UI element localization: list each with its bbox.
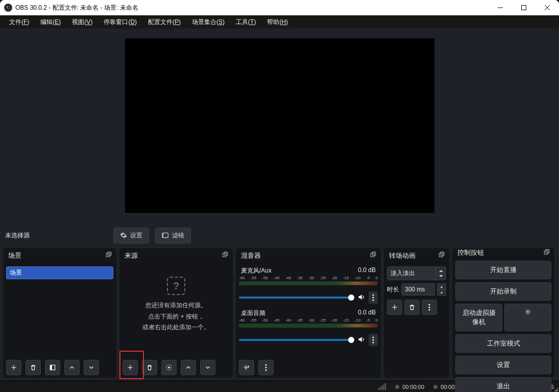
studio-mode-button[interactable]: 工作室模式 <box>455 334 551 353</box>
volume-slider[interactable] <box>239 297 354 299</box>
menu-tools[interactable]: 工具(T) <box>231 16 261 29</box>
svg-rect-4 <box>522 6 526 10</box>
menu-help[interactable]: 帮助(H) <box>262 16 293 29</box>
add-scene-button[interactable] <box>6 360 21 375</box>
source-properties-button[interactable] <box>161 360 177 375</box>
remove-scene-button[interactable] <box>26 360 41 375</box>
mixer-more-button[interactable] <box>258 360 274 375</box>
remove-source-button[interactable] <box>142 360 157 375</box>
transitions-dock: 转场动画 淡入淡出 时长 300 ms ▲▼ <box>384 248 449 378</box>
more-icon <box>426 304 433 311</box>
start-stream-button[interactable]: 开始直播 <box>455 261 551 279</box>
svg-point-21 <box>373 337 374 338</box>
remove-transition-button[interactable] <box>404 300 420 315</box>
transition-more-button[interactable] <box>422 300 437 315</box>
popout-icon[interactable] <box>370 251 377 260</box>
mixer-ticks: -60-55-50-45-40-35-30-25-20-15-10-50 <box>239 276 378 280</box>
start-vcam-button[interactable]: 启动虚拟摄像机 <box>455 304 502 331</box>
svg-rect-12 <box>50 365 52 370</box>
speaker-icon[interactable] <box>357 335 366 345</box>
svg-point-26 <box>265 367 267 369</box>
speaker-icon[interactable] <box>357 293 366 303</box>
scene-up-button[interactable] <box>64 360 80 375</box>
gear-plus-icon <box>243 364 250 371</box>
menu-view[interactable]: 视图(V) <box>67 16 98 29</box>
channel-more-button[interactable] <box>369 334 378 346</box>
chevron-up-icon <box>185 364 192 371</box>
sources-dock: 来源 ? 您还没有添加任何源。 点击下面的 + 按钮， 或者右击此处添加一个。 <box>119 248 233 378</box>
resize-grip-icon[interactable]: ◢ <box>554 386 558 392</box>
mixer-advanced-button[interactable] <box>239 360 254 375</box>
duration-label: 时长 <box>387 285 399 294</box>
scene-filters-icon <box>49 364 56 371</box>
mixer-ticks: -60-55-50-45-40-35-30-25-20-15-10-50 <box>239 318 378 323</box>
dot-icon <box>395 385 399 389</box>
channel-db: 0.0 dB <box>358 266 376 275</box>
menu-bar: 文件(F) 编辑(E) 视图(V) 停靠窗口(D) 配置文件(P) 场景集合(S… <box>0 15 559 29</box>
channel-name: 桌面音频 <box>241 309 265 317</box>
close-button[interactable] <box>536 0 559 15</box>
mixer-dock: 混音器 麦克风/Aux0.0 dB -60-55-50-45-40-35-30-… <box>236 248 381 378</box>
svg-point-27 <box>265 370 267 371</box>
mixer-channel-desktop: 桌面音频0.0 dB -60-55-50-45-40-35-30-25-20-1… <box>239 309 378 346</box>
controls-dock: 控制按钮 开始直播 开始录制 启动虚拟摄像机 工作室模式 设置 退出 <box>452 248 554 378</box>
popout-icon[interactable] <box>438 251 445 260</box>
channel-name: 麦克风/Aux <box>241 266 272 275</box>
source-settings-button[interactable]: 设置 <box>113 228 149 243</box>
menu-dock[interactable]: 停靠窗口(D) <box>99 16 142 29</box>
popout-icon[interactable] <box>222 251 229 260</box>
signal-bars-icon <box>378 383 386 390</box>
transition-select[interactable]: 淡入淡出 <box>387 266 436 280</box>
source-down-button[interactable] <box>200 360 215 375</box>
scenes-dock: 场景 场景 <box>3 248 116 378</box>
svg-rect-14 <box>224 252 227 255</box>
add-source-button[interactable] <box>123 360 138 375</box>
menu-file[interactable]: 文件(F) <box>4 16 34 29</box>
minimize-button[interactable] <box>489 0 512 15</box>
maximize-button[interactable] <box>512 0 536 15</box>
plus-icon <box>10 364 17 371</box>
sources-empty: ? 您还没有添加任何源。 点击下面的 + 按钮， 或者右击此处添加一个。 <box>123 277 230 333</box>
preview-area[interactable] <box>0 29 559 223</box>
preview-canvas <box>125 38 434 213</box>
svg-point-18 <box>373 295 374 296</box>
menu-edit[interactable]: 编辑(E) <box>35 16 66 29</box>
svg-rect-29 <box>441 252 444 255</box>
settings-button[interactable]: 设置 <box>455 356 551 374</box>
svg-point-23 <box>373 342 374 344</box>
source-toolbar: 未选择源 设置 滤镜 <box>0 223 559 248</box>
popout-icon[interactable] <box>543 249 550 257</box>
scene-item[interactable]: 场景 <box>6 266 113 279</box>
chevron-down-icon <box>204 364 211 371</box>
channel-more-button[interactable] <box>369 291 378 304</box>
popout-icon[interactable] <box>105 251 112 260</box>
controls-title: 控制按钮 <box>457 248 484 257</box>
scene-down-button[interactable] <box>84 360 99 375</box>
source-up-button[interactable] <box>181 360 196 375</box>
volume-slider[interactable] <box>239 339 354 341</box>
filters-icon <box>162 232 169 239</box>
menu-scene-collection[interactable]: 场景集合(S) <box>187 16 230 29</box>
mixer-channel-mic: 麦克风/Aux0.0 dB -60-55-50-45-40-35-30-25-2… <box>239 266 378 304</box>
scene-filter-button[interactable] <box>45 360 60 375</box>
sources-title: 来源 <box>125 251 138 260</box>
chevron-down-icon <box>88 364 95 371</box>
start-record-button[interactable]: 开始录制 <box>455 282 551 301</box>
live-status: 00:00:00 <box>395 384 424 390</box>
svg-point-35 <box>527 311 529 313</box>
window-title: OBS 30.0.2 - 配置文件: 未命名 - 场景: 未命名 <box>15 4 138 12</box>
question-icon: ? <box>167 277 185 295</box>
scenes-title: 场景 <box>8 251 21 260</box>
app-icon <box>4 4 12 12</box>
menu-profile[interactable]: 配置文件(P) <box>143 16 186 29</box>
vcam-settings-button[interactable] <box>504 304 551 331</box>
exit-button[interactable]: 退出 <box>455 377 551 392</box>
transition-select-arrows[interactable] <box>436 266 446 280</box>
gear-icon <box>524 308 531 315</box>
add-transition-button[interactable] <box>387 300 402 315</box>
duration-spinner[interactable]: ▲▼ <box>437 283 446 296</box>
duration-input[interactable]: 300 ms <box>401 283 435 296</box>
plus-icon <box>127 364 134 371</box>
dot-icon <box>433 385 438 389</box>
source-filters-button[interactable]: 滤镜 <box>155 228 191 243</box>
